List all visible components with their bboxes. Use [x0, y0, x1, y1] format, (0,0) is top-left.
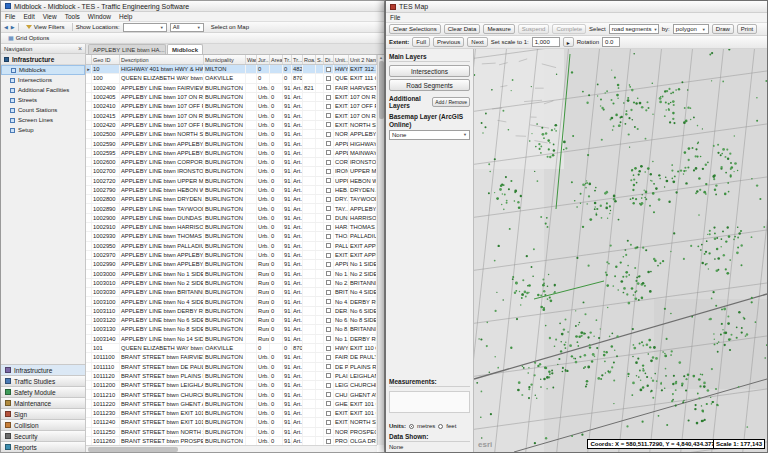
- flag-checkbox[interactable]: [326, 104, 331, 109]
- column-header[interactable]: Unit...: [334, 55, 349, 64]
- module-reports[interactable]: Reports: [1, 441, 85, 452]
- flag-checkbox[interactable]: [326, 308, 331, 313]
- column-header[interactable]: Description: [120, 55, 204, 64]
- complete-button[interactable]: Complete: [552, 24, 586, 34]
- column-header[interactable]: Municipality: [204, 55, 246, 64]
- grid-row[interactable]: 1002950APPLEBY LINE btwn PALLADIUM WAY &…: [86, 242, 377, 251]
- flag-checkbox[interactable]: [326, 299, 331, 304]
- basemap-dropdown[interactable]: None ▼: [389, 130, 470, 140]
- grid-row[interactable]: 101QUEEN ELIZABETH WAY btwn HWY &...OAKV…: [86, 344, 377, 353]
- flag-checkbox[interactable]: [326, 327, 331, 332]
- module-security[interactable]: Security: [1, 430, 85, 441]
- column-header[interactable]: Roa...: [303, 55, 316, 64]
- apply-scale-button[interactable]: ▸: [563, 37, 574, 47]
- measure-button[interactable]: Measure: [483, 24, 514, 34]
- flag-checkbox[interactable]: [326, 150, 331, 155]
- module-safety-module[interactable]: Safety Module: [1, 386, 85, 397]
- nav-root-infrastructure[interactable]: Infrastructure: [1, 54, 85, 65]
- module-sign[interactable]: Sign: [1, 408, 85, 419]
- flag-checkbox[interactable]: [326, 346, 331, 351]
- grid-row[interactable]: 100QUEEN ELIZABETH WAY btwn QUEEN E...OA…: [86, 74, 377, 83]
- column-header[interactable]: Di...: [324, 55, 334, 64]
- grid-row[interactable]: 1003130APPLEBY LINE btwn No 8 SIDE ROAD …: [86, 325, 377, 334]
- flag-checkbox[interactable]: [326, 439, 331, 444]
- tab-midblock[interactable]: Midblock: [167, 44, 203, 54]
- scrollbar-thumb[interactable]: [88, 447, 178, 452]
- suspend-button[interactable]: Suspend: [518, 24, 550, 34]
- column-header[interactable]: Area: [270, 55, 283, 64]
- grid-row[interactable]: 1011220BRANT STREET btwn GHENT AVENUE &.…: [86, 400, 377, 409]
- grid-row[interactable]: 1002410APPLEBY LINE btwn 107 OFF RAMP &.…: [86, 102, 377, 111]
- flag-checkbox[interactable]: [326, 67, 331, 72]
- flag-checkbox[interactable]: [326, 234, 331, 239]
- grid-row[interactable]: 1003120APPLEBY LINE btwn No 6 SIDE ROAD …: [86, 316, 377, 325]
- tree-item-screen-lines[interactable]: Screen Lines: [1, 115, 85, 125]
- tree-item-setup[interactable]: Setup: [1, 125, 85, 135]
- grid-row[interactable]: 1002500APPLEBY LINE btwn NORTH SERVICE R…: [86, 130, 377, 139]
- column-header[interactable]: Tr...: [292, 55, 303, 64]
- extent-full-button[interactable]: Full: [412, 37, 430, 47]
- grid-row[interactable]: 1002720APPLEBY LINE btwn UPPER MIDDLE RO…: [86, 177, 377, 186]
- grid-row[interactable]: 1003140APPLEBY LINE btwn No 14 SIDE ROAD…: [86, 335, 377, 344]
- grid-row[interactable]: 1003000APPLEBY LINE btwn No 1 SIDE ROAD …: [86, 270, 377, 279]
- intersections-layer-button[interactable]: Intersections: [389, 65, 470, 77]
- grid-row[interactable]: 1011200BRANT STREET btwn LEIGHLAND ROA..…: [86, 381, 377, 390]
- close-icon[interactable]: ×: [78, 45, 82, 52]
- flag-checkbox[interactable]: [326, 290, 331, 295]
- grid-row[interactable]: 1011100BRANT STREET btwn FAIRVIEW STREE.…: [86, 353, 377, 362]
- tree-item-additional-facilities[interactable]: Additional Facilities: [1, 85, 85, 95]
- column-header[interactable]: Unit 2 Name: [349, 55, 377, 64]
- view-filters-button[interactable]: View Filters: [22, 23, 69, 32]
- show-locations-dropdown[interactable]: ▼: [123, 23, 167, 32]
- grid-row[interactable]: 1011250BRANT STREET btwn NORTH SERVICE..…: [86, 428, 377, 437]
- flag-checkbox[interactable]: [326, 178, 331, 183]
- grid-row[interactable]: 1011210BRANT STREET btwn CHURCHILL AVEN.…: [86, 390, 377, 399]
- grid-row[interactable]: 1002890APPLEBY LINE btwn TAYWOOD DRIVE..…: [86, 204, 377, 213]
- tab-appleby-line[interactable]: APPLEBY LINE btwn HA... ×: [88, 44, 166, 54]
- module-infrastructure[interactable]: Infrastructure: [1, 364, 85, 375]
- flag-checkbox[interactable]: [326, 401, 331, 406]
- menu-item-help[interactable]: Help: [115, 13, 136, 20]
- add-remove-layers-button[interactable]: Add / Remove: [432, 97, 470, 107]
- grid-row[interactable]: 1003030APPLEBY LINE btwn BRITANNIA ROAD.…: [86, 288, 377, 297]
- flag-checkbox[interactable]: [326, 95, 331, 100]
- print-button[interactable]: Print: [737, 24, 757, 34]
- grid-row[interactable]: 1002900APPLEBY LINE btwn DUNDAS STREET &…: [86, 214, 377, 223]
- grid-options-button[interactable]: ▦ Grid Options: [4, 34, 53, 43]
- grid-row[interactable]: 1011260BRANT STREET btwn PROSPECT STRE..…: [86, 437, 377, 445]
- map-canvas[interactable]: [474, 49, 767, 452]
- select-on-map-button[interactable]: Select on Map: [207, 23, 253, 32]
- flag-checkbox[interactable]: [326, 280, 331, 285]
- grid-vertical-scrollbar[interactable]: ▲: [377, 55, 384, 445]
- grid-row[interactable]: ▸10HIGHWAY 401 btwn HWY & HWYMILTON00482…: [86, 65, 377, 74]
- scope-dropdown[interactable]: All ▼: [170, 23, 204, 32]
- by-dropdown[interactable]: polygon ▼: [673, 24, 709, 34]
- grid-row[interactable]: 1002800APPLEBY LINE btwn DRYDEN AVENUE &…: [86, 195, 377, 204]
- flag-checkbox[interactable]: [326, 392, 331, 397]
- module-collision[interactable]: Collision: [1, 419, 85, 430]
- grid-row[interactable]: 1002415APPLEBY LINE btwn 107 ON RAMP &..…: [86, 111, 377, 120]
- column-header[interactable]: S...: [316, 55, 324, 64]
- tree-item-intersections[interactable]: Intersections: [1, 75, 85, 85]
- flag-checkbox[interactable]: [326, 225, 331, 230]
- scroll-up-icon[interactable]: ▲: [379, 55, 383, 60]
- flag-checkbox[interactable]: [326, 243, 331, 248]
- forward-icon[interactable]: ▶: [11, 25, 15, 30]
- feet-radio[interactable]: [438, 424, 443, 429]
- flag-checkbox[interactable]: [326, 197, 331, 202]
- grid-row[interactable]: 1011230BRANT STREET btwn EXIT 101 ON RAM…: [86, 409, 377, 418]
- flag-checkbox[interactable]: [326, 206, 331, 211]
- grid-row[interactable]: 1002990APPLEBY LINE btwn APPLEBY LINE &.…: [86, 260, 377, 269]
- tree-item-count-stations[interactable]: Count Stations: [1, 105, 85, 115]
- flag-checkbox[interactable]: [326, 411, 331, 416]
- flag-checkbox[interactable]: [326, 364, 331, 369]
- grid-row[interactable]: 1003110APPLEBY LINE btwn DERBY ROAD & A.…: [86, 307, 377, 316]
- grid-row[interactable]: 1011110BRANT STREET btwn DE PAUL'S LANE.…: [86, 363, 377, 372]
- flag-checkbox[interactable]: [326, 160, 331, 165]
- grid-row[interactable]: 1003010APPLEBY LINE btwn No 2 SIDE ROAD …: [86, 279, 377, 288]
- flag-checkbox[interactable]: [326, 85, 331, 90]
- flag-checkbox[interactable]: [326, 76, 331, 81]
- flag-checkbox[interactable]: [326, 169, 331, 174]
- module-traffic-studies[interactable]: Traffic Studies: [1, 375, 85, 386]
- grid-row[interactable]: 1002595APPLEBY LINE btwn APPLEBY LINE &.…: [86, 149, 377, 158]
